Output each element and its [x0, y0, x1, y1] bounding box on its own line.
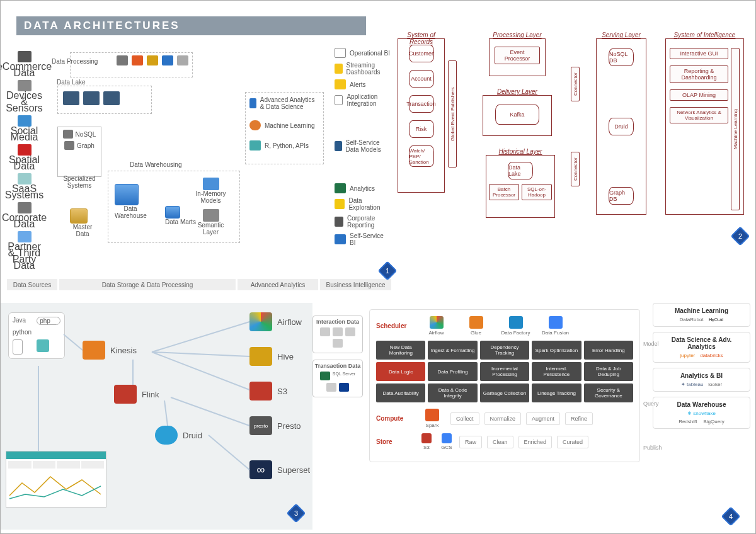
system-of-records: System of Records Customer Account Trans… — [398, 38, 445, 193]
batch-processor: Batch Processor — [489, 184, 519, 200]
badge-4: 4 — [721, 506, 740, 526]
sql-on-hadoop: SQL-on-Hadoop — [522, 184, 552, 200]
spark-engine: Spark — [419, 409, 445, 428]
source-saas: SaaS Systems — [7, 173, 42, 198]
reporting: Reporting & Dashboarding — [670, 65, 728, 83]
presto: prestoPresto — [249, 416, 301, 435]
folder-icon — [83, 91, 100, 105]
kinesis: Kinesis — [83, 341, 137, 360]
records-account: Account — [409, 70, 434, 88]
store-row: Store S3 GCS Raw Clean Enriched Curated — [376, 433, 633, 450]
tool-glue: Glue — [459, 316, 493, 336]
zone-enriched: Enriched — [518, 436, 553, 448]
hive: Hive — [249, 347, 294, 366]
sec-bi: Analytics & BI✦ tableaulooker — [653, 368, 750, 392]
capability-cell: Error Handling — [584, 341, 633, 360]
capability-cell: Garbage Collection — [480, 383, 529, 402]
serving-layer: Serving Layer NoSQL DB Druid Graph DB — [596, 38, 646, 215]
event-processor: Event Processor — [495, 47, 540, 64]
sec-ds: Data Science & Adv. Analyticsjupyterdata… — [653, 332, 750, 363]
event-publishers: Global Event Publishers — [448, 60, 457, 168]
left-data-inputs: Interaction Data Transaction Data SQL Se… — [312, 315, 363, 404]
dashboard-preview — [6, 451, 106, 508]
tab-storage: Data Storage & Data Processing — [59, 279, 236, 290]
connector-2: Connector — [571, 152, 580, 186]
transaction-data: Transaction Data SQL Server — [312, 360, 363, 397]
capability-cell: Lineage Tracking — [532, 383, 581, 402]
step-augment: Augment — [526, 412, 560, 425]
processing-layer: Processing Layer Event Processor — [489, 38, 546, 76]
capability-cell: Data Profiling — [428, 362, 477, 381]
s3: S3 — [249, 382, 287, 401]
connector-1: Connector — [571, 67, 580, 101]
badge-2: 2 — [730, 226, 750, 246]
capability-cell: Data Auditability — [376, 383, 425, 402]
capability-cell: Intermed. Persistence — [532, 362, 581, 381]
sql-icon — [162, 55, 173, 65]
records-transaction: Transaction — [409, 95, 434, 113]
zone-curated: Curated — [557, 436, 588, 448]
diagram-1: eCommerce Data Devices & Sensors Social … — [7, 38, 391, 290]
zone-raw: Raw — [459, 436, 482, 448]
kafka: Kafka — [495, 105, 539, 125]
source-social: Social Media — [7, 115, 42, 140]
records-risk: Risk — [409, 120, 434, 138]
capability-cell: New Data Monitoring — [376, 341, 425, 360]
druid: Druid — [155, 426, 202, 445]
source-corporate: Corporate Data — [7, 202, 42, 227]
store-gcs: GCS — [439, 433, 454, 450]
bi-mid-group: Self-Service Data Models — [335, 139, 391, 157]
advanced-analytics-box: Advanced Analytics & Data Science Machin… — [245, 92, 324, 164]
olap-mining: OLAP Mining — [670, 89, 728, 101]
tool-datafactory: Data Factory — [498, 316, 533, 336]
folder-icon — [103, 91, 120, 105]
compute-row: Compute Spark Collect Normalize Augment … — [376, 409, 633, 428]
hive-icon — [147, 55, 158, 65]
nosql-db: NoSQL DB — [609, 48, 634, 66]
page-title: DATA ARCHITECTURES — [16, 16, 366, 35]
step-refine: Refine — [565, 412, 593, 425]
badge-3: 3 — [286, 503, 306, 523]
data-lake-cyl: Data Lake — [508, 162, 533, 179]
step-collect: Collect — [450, 412, 479, 425]
step-normalize: Normalize — [484, 412, 522, 425]
consumer-column: Machine LearningDataRobotH₂O.ai Data Sci… — [653, 303, 750, 434]
druid-cyl: Druid — [609, 118, 634, 135]
source-spatial: Spatial Data — [7, 144, 42, 169]
sec-ml: Machine LearningDataRobotH₂O.ai — [653, 303, 750, 327]
tool-datafusion: Data Fusion — [538, 316, 573, 336]
airflow: Airflow — [249, 312, 302, 331]
source-ecommerce: eCommerce Data — [7, 51, 42, 76]
data-lake-box: Data Lake — [57, 86, 152, 114]
superset: ∞Superset — [249, 460, 310, 479]
pipeline-box: Scheduler Airflow Glue Data Factory Data… — [369, 309, 640, 462]
hadoop-icon — [117, 55, 128, 65]
capability-cell: Dependency Tracking — [480, 341, 529, 360]
store-s3: S3 — [419, 433, 434, 450]
zone-clean: Clean — [487, 436, 513, 448]
network-analytics: Network Analytics & Visualization — [670, 107, 728, 123]
gear-icon — [177, 55, 188, 65]
capability-cell: Ingest & Formatting — [428, 341, 477, 360]
bi-top-group: Operational BI Streaming Dashboards Aler… — [335, 48, 391, 111]
graph-db: Graph DB — [609, 187, 634, 205]
capability-cell: Spark Optimization — [532, 341, 581, 360]
historical-layer: Historical Layer Data Lake Batch Process… — [486, 155, 555, 218]
data-warehouse-box: Data Warehouse Data Marts In-Memory Mode… — [108, 171, 240, 243]
tool-airflow: Airflow — [419, 316, 454, 336]
arrow-publish: Publish — [643, 445, 662, 451]
diagram-2: System of Records Customer Account Trans… — [394, 26, 750, 265]
records-watch: Watch/ PEP/ Sanction — [409, 145, 434, 167]
delivery-layer: Delivery Layer Kafka — [483, 95, 552, 136]
capability-cell: Data & Code Integrity — [428, 383, 477, 402]
machine-learning-side: Machine Learning — [731, 48, 740, 210]
system-of-intelligence: System of Intelligence Interactive GUI R… — [665, 38, 744, 215]
lang-box: Javaphp python — [8, 312, 65, 359]
sec-dw: Data Warehouse❄ snowflakeRedshiftBigQuer… — [653, 397, 750, 429]
master-data: Master Data — [70, 208, 95, 237]
spark-icon — [132, 55, 143, 65]
bi-bot-group: Analytics Data Exploration Corporate Rep… — [335, 183, 391, 250]
capability-grid: New Data MonitoringIngest & FormattingDe… — [376, 341, 633, 402]
specialized-systems-box: NoSQL Graph Specialized Systems — [57, 127, 101, 177]
interactive-gui: Interactive GUI — [670, 48, 728, 59]
